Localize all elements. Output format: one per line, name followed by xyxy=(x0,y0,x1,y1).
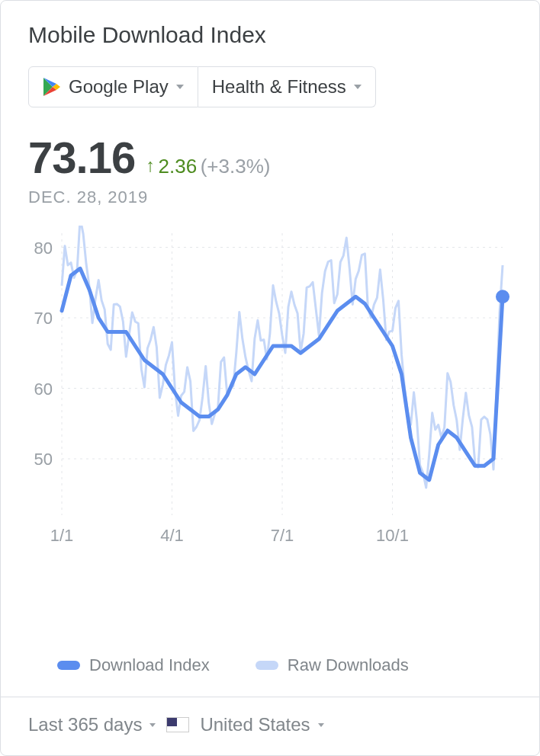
chevron-down-icon xyxy=(354,85,362,89)
chevron-down-icon xyxy=(149,723,156,727)
country-dropdown[interactable]: United States xyxy=(200,714,323,735)
google-play-icon xyxy=(43,77,61,97)
svg-text:4/1: 4/1 xyxy=(160,526,184,545)
chevron-down-icon xyxy=(318,723,324,727)
legend-swatch-raw xyxy=(256,661,278,670)
chart-legend: Download Index Raw Downloads xyxy=(1,636,539,697)
metric-delta: 2.36 xyxy=(159,155,198,178)
category-dropdown[interactable]: Health & Fitness xyxy=(198,66,376,107)
svg-text:80: 80 xyxy=(34,239,53,258)
legend-item-raw: Raw Downloads xyxy=(256,655,409,675)
card-header: Mobile Download Index Google Play Health… xyxy=(1,1,539,226)
line-chart: 506070801/14/17/110/1 xyxy=(19,226,513,553)
category-label: Health & Fitness xyxy=(212,76,346,98)
legend-label: Download Index xyxy=(89,655,210,675)
metric-delta-pct: (+3.3%) xyxy=(201,155,271,178)
date-range-label: Last 365 days xyxy=(28,714,142,735)
us-flag-icon xyxy=(166,717,189,732)
store-dropdown[interactable]: Google Play xyxy=(28,66,198,107)
card-footer: Last 365 days United States xyxy=(1,697,539,755)
metric-delta-group: ↑ 2.36 (+3.3%) xyxy=(146,155,270,178)
svg-text:10/1: 10/1 xyxy=(376,526,409,545)
legend-swatch-index xyxy=(57,661,80,670)
chart-container: 506070801/14/17/110/1 xyxy=(1,226,539,636)
chevron-down-icon xyxy=(176,85,184,89)
svg-point-16 xyxy=(496,290,509,303)
legend-item-index: Download Index xyxy=(57,655,210,675)
country-label: United States xyxy=(200,714,310,735)
download-index-card: Mobile Download Index Google Play Health… xyxy=(0,0,540,756)
card-title: Mobile Download Index xyxy=(28,22,512,48)
arrow-up-icon: ↑ xyxy=(146,156,155,175)
svg-text:7/1: 7/1 xyxy=(271,526,294,545)
store-label: Google Play xyxy=(69,76,169,98)
svg-text:1/1: 1/1 xyxy=(50,526,74,545)
metric-value: 73.16 xyxy=(28,132,135,183)
metric-summary: 73.16 ↑ 2.36 (+3.3%) xyxy=(28,132,512,183)
svg-text:60: 60 xyxy=(34,380,53,399)
filter-button-group: Google Play Health & Fitness xyxy=(28,66,512,107)
metric-date: DEC. 28, 2019 xyxy=(28,187,512,207)
date-range-dropdown[interactable]: Last 365 days xyxy=(28,714,156,735)
svg-text:50: 50 xyxy=(34,450,53,469)
svg-text:70: 70 xyxy=(34,309,53,328)
legend-label: Raw Downloads xyxy=(288,655,409,675)
